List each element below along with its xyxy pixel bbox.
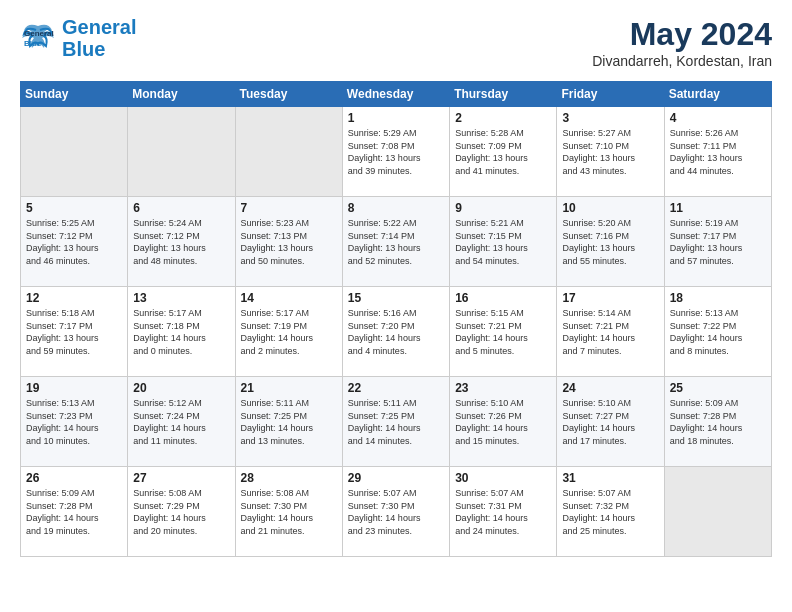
- calendar-cell: 1Sunrise: 5:29 AM Sunset: 7:08 PM Daylig…: [342, 107, 449, 197]
- calendar-week-4: 19Sunrise: 5:13 AM Sunset: 7:23 PM Dayli…: [21, 377, 772, 467]
- day-number: 23: [455, 381, 551, 395]
- header-row: Sunday Monday Tuesday Wednesday Thursday…: [21, 82, 772, 107]
- calendar-cell: 28Sunrise: 5:08 AM Sunset: 7:30 PM Dayli…: [235, 467, 342, 557]
- day-info: Sunrise: 5:14 AM Sunset: 7:21 PM Dayligh…: [562, 307, 658, 357]
- day-number: 8: [348, 201, 444, 215]
- day-number: 29: [348, 471, 444, 485]
- day-info: Sunrise: 5:13 AM Sunset: 7:23 PM Dayligh…: [26, 397, 122, 447]
- day-number: 17: [562, 291, 658, 305]
- calendar-cell: 16Sunrise: 5:15 AM Sunset: 7:21 PM Dayli…: [450, 287, 557, 377]
- calendar-cell: 17Sunrise: 5:14 AM Sunset: 7:21 PM Dayli…: [557, 287, 664, 377]
- day-info: Sunrise: 5:10 AM Sunset: 7:27 PM Dayligh…: [562, 397, 658, 447]
- calendar-cell: 29Sunrise: 5:07 AM Sunset: 7:30 PM Dayli…: [342, 467, 449, 557]
- calendar-cell: 8Sunrise: 5:22 AM Sunset: 7:14 PM Daylig…: [342, 197, 449, 287]
- day-number: 4: [670, 111, 766, 125]
- day-info: Sunrise: 5:12 AM Sunset: 7:24 PM Dayligh…: [133, 397, 229, 447]
- calendar-cell: 9Sunrise: 5:21 AM Sunset: 7:15 PM Daylig…: [450, 197, 557, 287]
- calendar-cell: 18Sunrise: 5:13 AM Sunset: 7:22 PM Dayli…: [664, 287, 771, 377]
- calendar-cell: 2Sunrise: 5:28 AM Sunset: 7:09 PM Daylig…: [450, 107, 557, 197]
- day-number: 11: [670, 201, 766, 215]
- day-info: Sunrise: 5:07 AM Sunset: 7:32 PM Dayligh…: [562, 487, 658, 537]
- day-info: Sunrise: 5:08 AM Sunset: 7:30 PM Dayligh…: [241, 487, 337, 537]
- day-number: 1: [348, 111, 444, 125]
- day-number: 20: [133, 381, 229, 395]
- day-info: Sunrise: 5:29 AM Sunset: 7:08 PM Dayligh…: [348, 127, 444, 177]
- calendar-week-3: 12Sunrise: 5:18 AM Sunset: 7:17 PM Dayli…: [21, 287, 772, 377]
- day-info: Sunrise: 5:07 AM Sunset: 7:31 PM Dayligh…: [455, 487, 551, 537]
- day-number: 7: [241, 201, 337, 215]
- calendar-title: May 2024: [592, 16, 772, 53]
- day-number: 5: [26, 201, 122, 215]
- day-number: 15: [348, 291, 444, 305]
- header-saturday: Saturday: [664, 82, 771, 107]
- day-number: 14: [241, 291, 337, 305]
- day-info: Sunrise: 5:28 AM Sunset: 7:09 PM Dayligh…: [455, 127, 551, 177]
- calendar-cell: 20Sunrise: 5:12 AM Sunset: 7:24 PM Dayli…: [128, 377, 235, 467]
- calendar-cell: 26Sunrise: 5:09 AM Sunset: 7:28 PM Dayli…: [21, 467, 128, 557]
- day-number: 18: [670, 291, 766, 305]
- calendar-cell: 23Sunrise: 5:10 AM Sunset: 7:26 PM Dayli…: [450, 377, 557, 467]
- day-info: Sunrise: 5:08 AM Sunset: 7:29 PM Dayligh…: [133, 487, 229, 537]
- header: General Blue General Blue May 2024 Divan…: [20, 16, 772, 69]
- calendar-cell: 21Sunrise: 5:11 AM Sunset: 7:25 PM Dayli…: [235, 377, 342, 467]
- header-thursday: Thursday: [450, 82, 557, 107]
- day-number: 13: [133, 291, 229, 305]
- logo-line2: Blue: [62, 38, 105, 60]
- header-friday: Friday: [557, 82, 664, 107]
- day-number: 28: [241, 471, 337, 485]
- header-sunday: Sunday: [21, 82, 128, 107]
- header-wednesday: Wednesday: [342, 82, 449, 107]
- calendar-cell: [235, 107, 342, 197]
- day-info: Sunrise: 5:19 AM Sunset: 7:17 PM Dayligh…: [670, 217, 766, 267]
- day-number: 2: [455, 111, 551, 125]
- day-number: 26: [26, 471, 122, 485]
- calendar-cell: 12Sunrise: 5:18 AM Sunset: 7:17 PM Dayli…: [21, 287, 128, 377]
- logo-icon: General Blue: [20, 20, 56, 56]
- day-info: Sunrise: 5:18 AM Sunset: 7:17 PM Dayligh…: [26, 307, 122, 357]
- calendar-cell: 4Sunrise: 5:26 AM Sunset: 7:11 PM Daylig…: [664, 107, 771, 197]
- day-info: Sunrise: 5:25 AM Sunset: 7:12 PM Dayligh…: [26, 217, 122, 267]
- day-number: 9: [455, 201, 551, 215]
- day-info: Sunrise: 5:20 AM Sunset: 7:16 PM Dayligh…: [562, 217, 658, 267]
- calendar-cell: [128, 107, 235, 197]
- calendar-cell: 10Sunrise: 5:20 AM Sunset: 7:16 PM Dayli…: [557, 197, 664, 287]
- calendar-week-1: 1Sunrise: 5:29 AM Sunset: 7:08 PM Daylig…: [21, 107, 772, 197]
- calendar-cell: 15Sunrise: 5:16 AM Sunset: 7:20 PM Dayli…: [342, 287, 449, 377]
- calendar-cell: 14Sunrise: 5:17 AM Sunset: 7:19 PM Dayli…: [235, 287, 342, 377]
- day-number: 10: [562, 201, 658, 215]
- day-number: 30: [455, 471, 551, 485]
- day-number: 19: [26, 381, 122, 395]
- calendar-table: Sunday Monday Tuesday Wednesday Thursday…: [20, 81, 772, 557]
- calendar-cell: 22Sunrise: 5:11 AM Sunset: 7:25 PM Dayli…: [342, 377, 449, 467]
- day-number: 21: [241, 381, 337, 395]
- calendar-cell: [664, 467, 771, 557]
- calendar-body: 1Sunrise: 5:29 AM Sunset: 7:08 PM Daylig…: [21, 107, 772, 557]
- day-info: Sunrise: 5:22 AM Sunset: 7:14 PM Dayligh…: [348, 217, 444, 267]
- calendar-cell: 31Sunrise: 5:07 AM Sunset: 7:32 PM Dayli…: [557, 467, 664, 557]
- day-info: Sunrise: 5:17 AM Sunset: 7:18 PM Dayligh…: [133, 307, 229, 357]
- day-number: 16: [455, 291, 551, 305]
- day-info: Sunrise: 5:27 AM Sunset: 7:10 PM Dayligh…: [562, 127, 658, 177]
- calendar-cell: [21, 107, 128, 197]
- day-info: Sunrise: 5:10 AM Sunset: 7:26 PM Dayligh…: [455, 397, 551, 447]
- calendar-cell: 30Sunrise: 5:07 AM Sunset: 7:31 PM Dayli…: [450, 467, 557, 557]
- day-info: Sunrise: 5:11 AM Sunset: 7:25 PM Dayligh…: [241, 397, 337, 447]
- day-info: Sunrise: 5:26 AM Sunset: 7:11 PM Dayligh…: [670, 127, 766, 177]
- calendar-header: Sunday Monday Tuesday Wednesday Thursday…: [21, 82, 772, 107]
- day-info: Sunrise: 5:11 AM Sunset: 7:25 PM Dayligh…: [348, 397, 444, 447]
- day-number: 31: [562, 471, 658, 485]
- day-number: 22: [348, 381, 444, 395]
- day-info: Sunrise: 5:23 AM Sunset: 7:13 PM Dayligh…: [241, 217, 337, 267]
- calendar-cell: 24Sunrise: 5:10 AM Sunset: 7:27 PM Dayli…: [557, 377, 664, 467]
- page: General Blue General Blue May 2024 Divan…: [0, 0, 792, 573]
- day-number: 12: [26, 291, 122, 305]
- day-info: Sunrise: 5:21 AM Sunset: 7:15 PM Dayligh…: [455, 217, 551, 267]
- header-monday: Monday: [128, 82, 235, 107]
- calendar-week-2: 5Sunrise: 5:25 AM Sunset: 7:12 PM Daylig…: [21, 197, 772, 287]
- day-number: 24: [562, 381, 658, 395]
- day-info: Sunrise: 5:24 AM Sunset: 7:12 PM Dayligh…: [133, 217, 229, 267]
- svg-text:Blue: Blue: [24, 39, 42, 48]
- logo-line1: General: [62, 16, 136, 38]
- svg-text:General: General: [24, 29, 54, 38]
- calendar-cell: 25Sunrise: 5:09 AM Sunset: 7:28 PM Dayli…: [664, 377, 771, 467]
